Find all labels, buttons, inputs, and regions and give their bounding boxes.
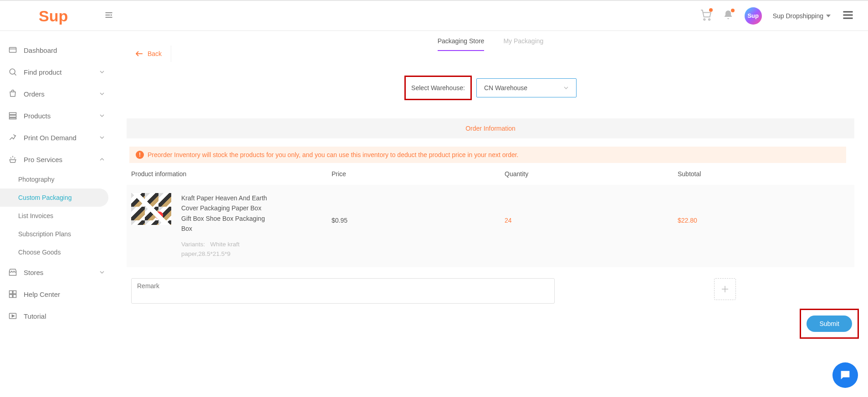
sidebar-sub-photography[interactable]: Photography bbox=[0, 170, 113, 188]
top-header: Sup Sup Sup Dropshipping bbox=[0, 0, 868, 31]
sidebar-toggle-icon[interactable] bbox=[104, 10, 113, 21]
warning-text: Preorder Inventory will stock the produc… bbox=[148, 151, 519, 158]
warehouse-selected-value: CN Warehouse bbox=[484, 84, 527, 92]
svg-rect-14 bbox=[10, 115, 16, 117]
warning-icon: ! bbox=[136, 151, 144, 159]
sidebar-sub-list-invoices[interactable]: List Invoices bbox=[0, 207, 113, 225]
product-text: Kraft Paper Heaven And Earth Cover Packa… bbox=[181, 193, 272, 259]
chevron-down-icon bbox=[99, 112, 105, 120]
remark-input[interactable] bbox=[131, 278, 555, 304]
submit-highlight-box: Submit bbox=[800, 309, 859, 339]
back-label: Back bbox=[148, 50, 162, 57]
app-logo[interactable]: Sup bbox=[39, 8, 68, 24]
sidebar-item-print-on-demand[interactable]: Print On Demand bbox=[0, 127, 113, 148]
sidebar-sub-custom-packaging[interactable]: Custom Packaging bbox=[0, 188, 108, 207]
sidebar-sub-label: Subscription Plans bbox=[18, 230, 71, 238]
chat-icon bbox=[839, 369, 852, 382]
sidebar-sub-subscription-plans[interactable]: Subscription Plans bbox=[0, 225, 113, 243]
variants-label: Variants: bbox=[181, 241, 205, 248]
svg-rect-9 bbox=[10, 47, 16, 52]
sidebar-item-label: Orders bbox=[24, 90, 45, 98]
tab-my-packaging[interactable]: My Packaging bbox=[503, 37, 543, 51]
warehouse-row: Select Warehouse: CN Warehouse bbox=[113, 76, 868, 100]
sidebar-sub-choose-goods[interactable]: Choose Goods bbox=[0, 243, 113, 261]
warehouse-select[interactable]: CN Warehouse bbox=[476, 78, 577, 97]
avatar[interactable]: Sup bbox=[745, 7, 762, 25]
svg-marker-21 bbox=[12, 315, 14, 317]
sidebar: Dashboard Find product Orders Products bbox=[0, 31, 113, 397]
chat-widget-button[interactable] bbox=[832, 362, 858, 388]
sidebar-item-label: Pro Services bbox=[24, 156, 62, 163]
col-header-quantity: Quantity bbox=[505, 170, 678, 178]
chevron-down-icon bbox=[99, 269, 105, 276]
sidebar-item-label: Tutorial bbox=[24, 312, 46, 320]
main-content: Packaging Store My Packaging Back Select… bbox=[113, 31, 868, 397]
sidebar-item-label: Find product bbox=[24, 68, 61, 76]
header-left: Sup bbox=[9, 8, 113, 24]
cell-subtotal: $22.80 bbox=[678, 193, 850, 224]
sidebar-sub-label: List Invoices bbox=[18, 212, 53, 219]
product-image bbox=[131, 193, 171, 225]
notification-icon[interactable] bbox=[723, 10, 734, 22]
sidebar-item-products[interactable]: Products bbox=[0, 105, 113, 127]
sidebar-item-stores[interactable]: Stores bbox=[0, 261, 113, 283]
sidebar-item-tutorial[interactable]: Tutorial bbox=[0, 305, 113, 327]
sidebar-sub-label: Custom Packaging bbox=[18, 194, 72, 201]
chevron-down-icon bbox=[99, 90, 105, 98]
svg-marker-5 bbox=[826, 15, 831, 17]
svg-point-4 bbox=[709, 19, 710, 20]
chevron-down-icon bbox=[99, 134, 105, 142]
account-name-label: Sup Dropshipping bbox=[773, 12, 823, 20]
notification-badge-dot bbox=[731, 9, 735, 12]
col-header-price: Price bbox=[332, 170, 505, 178]
menu-icon[interactable] bbox=[842, 9, 854, 23]
tab-packaging-store[interactable]: Packaging Store bbox=[438, 37, 485, 51]
svg-line-12 bbox=[14, 73, 16, 75]
sidebar-item-label: Products bbox=[24, 112, 51, 120]
cart-icon[interactable] bbox=[700, 9, 712, 22]
svg-rect-19 bbox=[13, 295, 16, 298]
warning-bar: ! Preorder Inventory will stock the prod… bbox=[129, 147, 846, 163]
sidebar-sub-label: Photography bbox=[18, 176, 54, 183]
sidebar-item-pro-services[interactable]: Pro Services bbox=[0, 148, 113, 170]
table-header: Product information Price Quantity Subto… bbox=[127, 163, 854, 183]
cell-price: $0.95 bbox=[332, 193, 505, 224]
sidebar-sub-label: Choose Goods bbox=[18, 249, 61, 256]
cell-quantity: 24 bbox=[505, 193, 678, 224]
remark-row bbox=[127, 267, 854, 315]
svg-rect-16 bbox=[10, 291, 13, 294]
col-header-subtotal: Subtotal bbox=[678, 170, 850, 178]
back-link[interactable]: Back bbox=[127, 46, 171, 62]
account-dropdown[interactable]: Sup Dropshipping bbox=[773, 12, 831, 20]
sidebar-item-label: Dashboard bbox=[24, 46, 57, 54]
sidebar-item-help-center[interactable]: Help Center bbox=[0, 283, 113, 305]
svg-point-11 bbox=[10, 69, 15, 74]
svg-rect-18 bbox=[10, 295, 13, 298]
product-cell: Kraft Paper Heaven And Earth Cover Packa… bbox=[131, 193, 332, 259]
table-row: Kraft Paper Heaven And Earth Cover Packa… bbox=[127, 185, 854, 267]
order-info-header: Order Information bbox=[127, 118, 854, 138]
chevron-down-icon bbox=[563, 85, 569, 91]
svg-rect-13 bbox=[10, 112, 16, 114]
sidebar-item-orders[interactable]: Orders bbox=[0, 83, 113, 105]
col-header-product: Product information bbox=[131, 170, 332, 178]
add-attachment-button[interactable] bbox=[714, 278, 736, 300]
warehouse-label: Select Warehouse: bbox=[404, 76, 472, 100]
sidebar-item-label: Stores bbox=[24, 269, 43, 276]
submit-button[interactable]: Submit bbox=[807, 316, 852, 332]
tabs: Packaging Store My Packaging bbox=[113, 31, 868, 51]
chevron-down-icon bbox=[99, 68, 105, 76]
svg-rect-17 bbox=[13, 291, 16, 294]
header-right: Sup Sup Dropshipping bbox=[700, 7, 859, 25]
sidebar-item-label: Help Center bbox=[24, 290, 60, 298]
cart-badge-dot bbox=[709, 8, 713, 12]
sidebar-item-find-product[interactable]: Find product bbox=[0, 61, 113, 83]
product-title: Kraft Paper Heaven And Earth Cover Packa… bbox=[181, 193, 272, 234]
sidebar-item-dashboard[interactable]: Dashboard bbox=[0, 39, 113, 61]
product-variants: Variants: White kraft paper,28.5*21.5*9 bbox=[181, 239, 272, 259]
svg-rect-15 bbox=[10, 118, 16, 119]
sidebar-item-label: Print On Demand bbox=[24, 134, 77, 142]
chevron-up-icon bbox=[99, 156, 105, 163]
plus-icon bbox=[721, 285, 729, 293]
svg-point-3 bbox=[704, 19, 705, 20]
